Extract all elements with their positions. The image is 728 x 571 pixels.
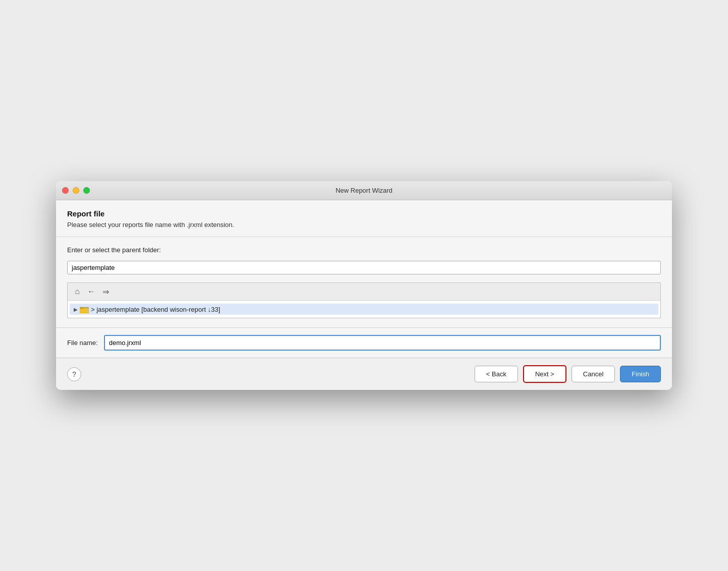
- help-button[interactable]: ?: [67, 367, 81, 381]
- svg-rect-1: [80, 308, 89, 313]
- bottom-right: < Back Next > Cancel Finish: [475, 365, 661, 383]
- back-button[interactable]: < Back: [475, 366, 518, 382]
- back-icon: ←: [87, 287, 95, 296]
- section-description: Please select your reports file name wit…: [67, 221, 661, 229]
- forward-icon: ⇒: [102, 287, 109, 297]
- filename-row: File name:: [56, 327, 672, 358]
- help-icon: ?: [72, 370, 76, 378]
- filename-label: File name:: [67, 339, 98, 347]
- cancel-button[interactable]: Cancel: [571, 366, 615, 382]
- parent-folder-input[interactable]: [67, 261, 661, 274]
- tree-container: ⌂ ← ⇒ ▶: [67, 282, 661, 318]
- maximize-button[interactable]: [83, 187, 90, 194]
- svg-rect-2: [80, 307, 83, 309]
- window-content: Report file Please select your reports f…: [56, 200, 672, 390]
- folder-icon: [80, 305, 89, 313]
- section-title: Report file: [67, 209, 661, 218]
- home-icon: ⌂: [75, 287, 80, 296]
- folder-svg: [80, 306, 89, 313]
- close-button[interactable]: [62, 187, 69, 194]
- minimize-button[interactable]: [73, 187, 79, 194]
- tree-toolbar: ⌂ ← ⇒: [68, 283, 660, 301]
- tree-row[interactable]: ▶ > jaspertemplate [backend wison-report…: [70, 304, 658, 315]
- wizard-window: New Report Wizard Report file Please sel…: [56, 181, 672, 390]
- finish-button[interactable]: Finish: [620, 366, 661, 382]
- bottom-bar: ? < Back Next > Cancel Finish: [56, 358, 672, 390]
- home-button[interactable]: ⌂: [72, 286, 83, 297]
- title-bar: New Report Wizard: [56, 181, 672, 200]
- main-body: Enter or select the parent folder: ⌂ ← ⇒: [56, 237, 672, 327]
- window-title: New Report Wizard: [336, 187, 393, 194]
- expand-icon: ▶: [73, 306, 79, 312]
- filename-input[interactable]: [104, 335, 661, 351]
- back-nav-button[interactable]: ←: [86, 286, 97, 297]
- tree-content: ▶ > jaspertemplate [backend wison-report…: [68, 301, 660, 318]
- header-section: Report file Please select your reports f…: [56, 200, 672, 237]
- tree-row-text: > jaspertemplate [backend wison-report ↓…: [91, 306, 220, 313]
- next-button[interactable]: Next >: [523, 365, 566, 383]
- folder-label: Enter or select the parent folder:: [67, 246, 661, 254]
- forward-nav-button[interactable]: ⇒: [100, 286, 111, 297]
- traffic-lights: [62, 187, 90, 194]
- bottom-left: ?: [67, 367, 81, 381]
